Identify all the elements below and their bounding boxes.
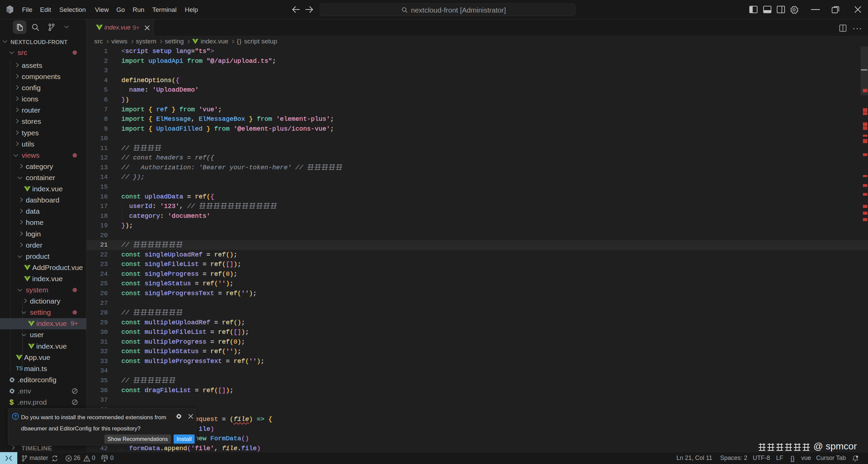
svg-text:?: ? xyxy=(14,414,17,419)
